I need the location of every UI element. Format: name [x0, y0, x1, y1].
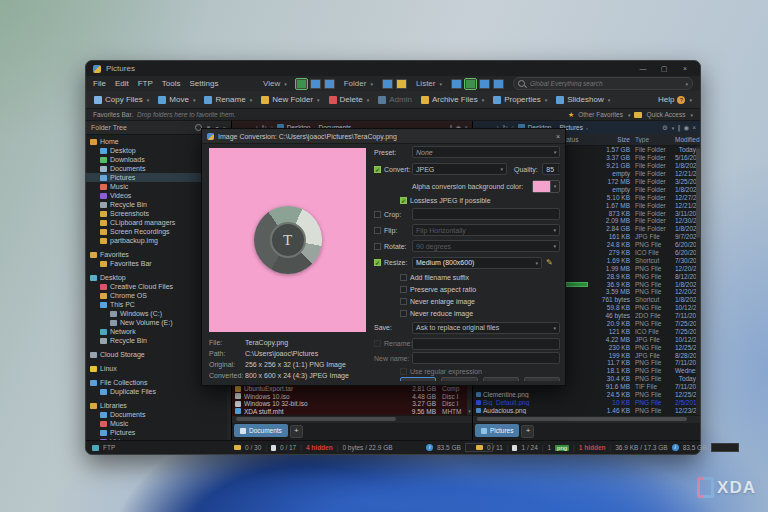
- regex-checkbox[interactable]: [400, 368, 407, 375]
- skip-button[interactable]: Skip: [483, 377, 519, 381]
- window-titlebar[interactable]: Pictures — ▢ ×: [86, 61, 700, 76]
- info-icon[interactable]: i: [672, 444, 679, 451]
- rename-input[interactable]: [412, 338, 560, 350]
- never-enlarge-checkbox[interactable]: [400, 298, 407, 305]
- view-layout-icon[interactable]: [324, 79, 335, 89]
- lister-layout-icon[interactable]: [451, 79, 462, 89]
- lister-layout-icon[interactable]: [493, 79, 504, 89]
- table-row[interactable]: Audacious.png 1.46 KB PNG File 12/23/202…: [473, 406, 700, 414]
- toolbar-button[interactable]: Copy Files ▾: [91, 94, 152, 105]
- menu-item[interactable]: File: [93, 79, 106, 88]
- menu-item[interactable]: Settings: [189, 79, 218, 88]
- tab-pictures[interactable]: Pictures: [475, 424, 519, 437]
- minimize-button[interactable]: —: [635, 65, 651, 72]
- view-dropdown[interactable]: View▾: [263, 79, 287, 88]
- cancel-button[interactable]: Cancel: [524, 377, 560, 381]
- table-row[interactable]: XDA stuff.mht 9.56 MB MHTM: [232, 408, 467, 416]
- lossless-checkbox[interactable]: [400, 197, 407, 204]
- quick-access-dropdown[interactable]: Quick Access: [646, 111, 685, 118]
- ok-button[interactable]: OK: [400, 377, 436, 381]
- rotate-select[interactable]: 90 degrees▾: [412, 240, 560, 252]
- left-horizontal-scrollbar[interactable]: [232, 415, 472, 423]
- toolbar-button-label: Admin: [389, 95, 412, 104]
- tree-item[interactable]: Documents: [86, 410, 231, 419]
- rename-checkbox[interactable]: [374, 340, 381, 347]
- toolbar-button[interactable]: Properties ▾: [490, 94, 550, 105]
- folder-layout-icon[interactable]: [396, 79, 407, 89]
- suffix-checkbox[interactable]: [400, 274, 407, 281]
- new-tab-button[interactable]: +: [521, 425, 534, 438]
- toolbar-button[interactable]: Slideshow ▾: [553, 94, 613, 105]
- filter-view-icon[interactable]: ◉: [684, 124, 690, 132]
- view-layout-icon[interactable]: [310, 79, 321, 89]
- column-size[interactable]: Size: [594, 136, 630, 143]
- lister-layout-icon[interactable]: [479, 79, 490, 89]
- resize-select[interactable]: Medium (800x600)▾: [412, 257, 542, 269]
- global-search[interactable]: ▾: [513, 77, 693, 90]
- menu-item[interactable]: FTP: [138, 79, 153, 88]
- gear-icon[interactable]: ⚙: [662, 124, 668, 132]
- newname-input[interactable]: [412, 352, 560, 364]
- all-button[interactable]: All: [441, 377, 477, 381]
- convert-checkbox[interactable]: [374, 166, 381, 173]
- edit-sizes-icon[interactable]: ✎: [546, 258, 556, 268]
- column-modified[interactable]: Modified: [675, 136, 704, 143]
- search-input[interactable]: [528, 79, 681, 88]
- convert-format-select[interactable]: JPEG▾: [412, 163, 507, 175]
- dialog-close-icon[interactable]: ×: [556, 133, 560, 140]
- folder-layout-icon[interactable]: [382, 79, 393, 89]
- file-name: Windows 10 32-bit.iso: [244, 400, 399, 407]
- file-type: PNG File: [630, 273, 675, 280]
- folder-dropdown[interactable]: Folder▾: [344, 79, 373, 88]
- other-favorites-dropdown[interactable]: Other Favorites: [578, 111, 623, 118]
- tree-item[interactable]: Music: [86, 419, 231, 428]
- resize-checkbox[interactable]: [374, 259, 381, 266]
- lister-dropdown[interactable]: Lister▾: [416, 79, 442, 88]
- quality-stepper[interactable]: 85▴▾: [542, 163, 560, 175]
- close-button[interactable]: ×: [677, 65, 693, 72]
- tree-item-icon: [90, 366, 97, 372]
- aspect-checkbox[interactable]: [400, 286, 407, 293]
- never-reduce-checkbox[interactable]: [400, 310, 407, 317]
- ftp-item[interactable]: FTP: [92, 441, 115, 454]
- menu-item[interactable]: Edit: [115, 79, 129, 88]
- info-icon[interactable]: i: [426, 444, 433, 451]
- panel-close-icon[interactable]: ×: [692, 124, 696, 131]
- tree-item[interactable]: Pictures: [86, 428, 231, 437]
- toolbar-button[interactable]: Move ▾: [155, 94, 198, 105]
- folder-icon: [634, 112, 642, 118]
- toolbar-button[interactable]: Delete ▾: [326, 94, 373, 105]
- toolbar-button[interactable]: Admin ▾: [375, 94, 415, 105]
- tree-item[interactable]: Duplicate Files: [86, 387, 231, 396]
- save-select[interactable]: Ask to replace original files▾: [412, 322, 560, 334]
- menu-item[interactable]: Tools: [162, 79, 181, 88]
- dialog-titlebar[interactable]: Image Conversion: C:\Users\joaoc\Picture…: [202, 129, 565, 144]
- right-horizontal-scrollbar[interactable]: [473, 415, 700, 423]
- right-vertical-scrollbar[interactable]: [696, 146, 700, 415]
- view-layout-icon[interactable]: [296, 79, 307, 89]
- help-button[interactable]: Help ? ▾: [655, 94, 695, 105]
- tree-item[interactable]: Libraries: [86, 401, 231, 410]
- crop-checkbox[interactable]: [374, 211, 381, 218]
- alpha-color-picker[interactable]: ▾: [532, 180, 560, 193]
- table-row[interactable]: UbuntuExport.tar 2.81 GB Comp: [232, 385, 467, 393]
- column-type[interactable]: Type: [630, 136, 675, 143]
- table-row[interactable]: Windows 10 32-bit.iso 3.27 GB Disc I: [232, 400, 467, 408]
- toolbar-button[interactable]: New Folder ▾: [258, 94, 322, 105]
- flip-checkbox[interactable]: [374, 227, 381, 234]
- toolbar-button-icon: [378, 96, 386, 104]
- crop-input[interactable]: [412, 208, 560, 220]
- new-tab-button[interactable]: +: [290, 425, 303, 438]
- toolbar-button[interactable]: Rename ▾: [201, 94, 255, 105]
- lister-layout-icon[interactable]: [465, 79, 476, 89]
- tab-documents[interactable]: Documents: [234, 424, 288, 437]
- table-row[interactable]: Clementine.png 24.5 KB PNG File 12/25/20…: [473, 391, 700, 399]
- preset-select[interactable]: None▾: [412, 146, 560, 158]
- flip-select[interactable]: Flip Horizontally▾: [412, 224, 560, 236]
- toolbar-button[interactable]: Archive Files ▾: [418, 94, 487, 105]
- maximize-button[interactable]: ▢: [656, 65, 672, 73]
- rotate-checkbox[interactable]: [374, 243, 381, 250]
- pause-icon[interactable]: ∥: [677, 124, 680, 132]
- table-row[interactable]: Windows 10.iso 4.48 GB Disc I: [232, 393, 467, 401]
- table-row[interactable]: Big_Default.png 10 KB PNG File 2/5/2014: [473, 399, 700, 407]
